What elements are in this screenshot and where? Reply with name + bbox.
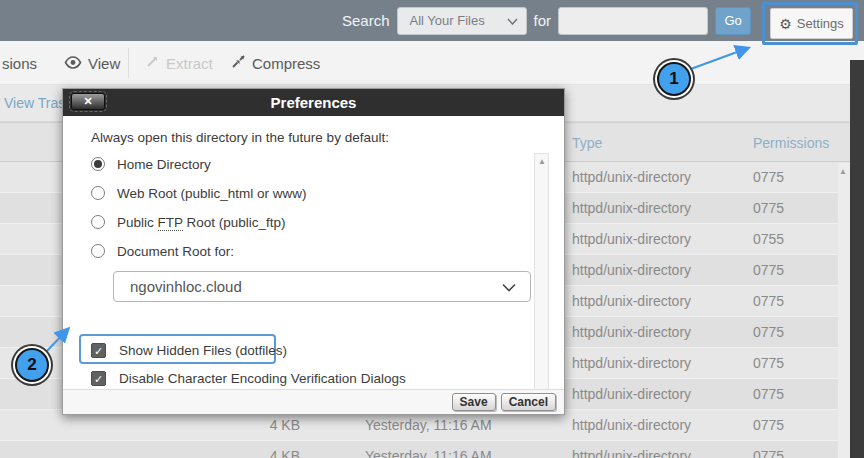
cell-permissions: 0775 [753, 193, 784, 224]
cancel-button[interactable]: Cancel [501, 393, 556, 411]
cell-permissions: 0775 [753, 317, 784, 348]
cell-type: httpd/unix-directory [572, 379, 691, 410]
dialog-footer: Save Cancel [63, 389, 564, 414]
cell-permissions: 0775 [753, 286, 784, 317]
cell-permissions: 0775 [753, 379, 784, 410]
save-button[interactable]: Save [452, 393, 496, 411]
checkbox-show-hidden-files[interactable]: ✓ Show Hidden Files (dotfiles) [91, 340, 287, 360]
search-input[interactable] [558, 7, 708, 35]
radio-label: Home Directory [117, 157, 211, 172]
domain-select-value: ngovinhloc.cloud [130, 278, 242, 295]
file-manager-toolbar: sions View Extract Compress [0, 41, 864, 85]
radio-icon[interactable] [91, 244, 105, 258]
table-scrollbar[interactable]: ▲ [838, 163, 850, 458]
extract-icon [145, 54, 160, 72]
document-root-domain-select[interactable]: ngovinhloc.cloud [113, 271, 531, 302]
radio-option-document-root[interactable]: Document Root for: [91, 242, 536, 260]
cell-type: httpd/unix-directory [572, 348, 691, 379]
radio-option-public-ftp-root[interactable]: Public FTP Root (public_ftp) [91, 213, 536, 231]
dialog-header: ✕ Preferences [63, 89, 564, 116]
cell-type: httpd/unix-directory [572, 224, 691, 255]
radio-label: Public FTP Root (public_ftp) [117, 215, 286, 230]
toolbar-extract-button[interactable]: Extract [145, 41, 213, 85]
radio-icon[interactable] [91, 186, 105, 200]
cell-type: httpd/unix-directory [572, 410, 691, 441]
cell-last-modified: Yesterday, 11:16 AM [365, 441, 492, 458]
chevron-down-icon [507, 13, 518, 28]
table-row[interactable]: 4 KB Yesterday, 11:16 AM httpd/unix-dire… [0, 441, 850, 458]
go-button[interactable]: Go [715, 7, 751, 35]
settings-label: Settings [797, 16, 844, 31]
right-edge-panel [850, 60, 864, 458]
callout-2-badge: 2 [15, 348, 49, 382]
checkbox-label: Disable Character Encoding Verification … [119, 371, 406, 386]
chevron-down-icon [502, 278, 516, 295]
cell-permissions: 0755 [753, 224, 784, 255]
toolbar-permissions-button[interactable]: sions [2, 41, 37, 85]
search-for-label: for [534, 12, 552, 29]
toolbar-permissions-label: sions [2, 55, 37, 72]
callout-number: 1 [669, 69, 678, 89]
toolbar-compress-label: Compress [252, 55, 320, 72]
dialog-heading: Always open this directory in the future… [91, 130, 536, 145]
checkbox-checked-icon[interactable]: ✓ [91, 343, 106, 358]
checkbox-disable-encoding-dialogs[interactable]: ✓ Disable Character Encoding Verificatio… [91, 368, 406, 388]
eye-icon [64, 55, 82, 72]
settings-callout-box: ⚙ Settings [762, 2, 858, 45]
checkbox-label: Show Hidden Files (dotfiles) [119, 343, 287, 358]
cell-permissions: 0775 [753, 441, 784, 458]
toolbar-view-button[interactable]: View [64, 41, 120, 85]
settings-button[interactable]: ⚙ Settings [770, 8, 853, 39]
compress-icon [231, 54, 246, 72]
search-label: Search [342, 12, 390, 29]
toolbar-divider [128, 48, 129, 78]
cell-permissions: 0775 [753, 255, 784, 286]
toolbar-view-label: View [88, 55, 120, 72]
cell-type: httpd/unix-directory [572, 317, 691, 348]
radio-option-home-directory[interactable]: Home Directory [91, 155, 536, 173]
gear-icon: ⚙ [779, 16, 792, 32]
radio-selected-icon[interactable] [91, 157, 105, 171]
callout-1-badge: 1 [657, 62, 691, 96]
column-header-type[interactable]: Type [572, 123, 602, 163]
cell-type: httpd/unix-directory [572, 193, 691, 224]
cell-type: httpd/unix-directory [572, 255, 691, 286]
close-icon[interactable]: ✕ [71, 93, 105, 110]
cell-permissions: 0775 [753, 162, 784, 193]
toolbar-extract-label: Extract [166, 55, 213, 72]
cell-size: 4 KB [240, 441, 300, 458]
ftp-abbr: FTP [158, 215, 183, 231]
cell-type: httpd/unix-directory [572, 286, 691, 317]
preferences-dialog: ✕ Preferences Always open this directory… [62, 88, 565, 415]
column-header-permissions[interactable]: Permissions [753, 123, 829, 163]
radio-label: Document Root for: [117, 244, 234, 259]
dialog-scrollbar[interactable]: ▲ ▼ [534, 153, 549, 403]
radio-label: Web Root (public_html or www) [117, 186, 307, 201]
callout-number: 2 [27, 355, 36, 375]
dialog-title: Preferences [63, 89, 564, 116]
cell-type: httpd/unix-directory [572, 441, 691, 458]
search-topbar: Search All Your Files for Go [0, 0, 864, 41]
scroll-up-icon[interactable]: ▲ [839, 167, 847, 176]
scroll-up-icon[interactable]: ▲ [538, 157, 546, 166]
cell-type: httpd/unix-directory [572, 162, 691, 193]
checkbox-checked-icon[interactable]: ✓ [91, 371, 106, 386]
radio-icon[interactable] [91, 215, 105, 229]
cell-permissions: 0775 [753, 410, 784, 441]
search-scope-value: All Your Files [410, 13, 485, 28]
toolbar-compress-button[interactable]: Compress [231, 41, 320, 85]
radio-option-web-root[interactable]: Web Root (public_html or www) [91, 184, 536, 202]
search-scope-select[interactable]: All Your Files [397, 7, 527, 35]
dialog-body: Always open this directory in the future… [63, 116, 564, 391]
cell-permissions: 0775 [753, 348, 784, 379]
